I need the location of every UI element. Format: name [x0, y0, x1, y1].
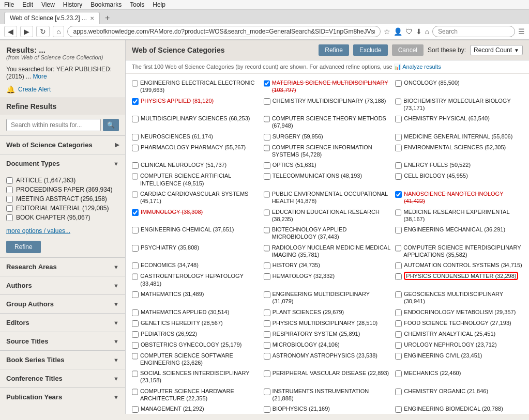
category-checkbox[interactable]: [264, 227, 270, 234]
category-checkbox[interactable]: [132, 291, 139, 298]
category-checkbox[interactable]: [264, 291, 270, 298]
category-label[interactable]: ENDOCRINOLOGY METABOLISM (29,357): [404, 308, 516, 316]
menu-tools[interactable]: Tools: [130, 1, 144, 8]
category-checkbox[interactable]: [395, 353, 402, 360]
category-label[interactable]: EDUCATION EDUCATIONAL RESEARCH (38,235): [272, 208, 391, 223]
category-checkbox[interactable]: [395, 309, 402, 316]
forward-button[interactable]: ▶: [20, 26, 33, 37]
category-label[interactable]: RESPIRATORY SYSTEM (25,891): [273, 330, 360, 337]
category-checkbox[interactable]: [132, 134, 139, 141]
doc-type-proceedings-checkbox[interactable]: [6, 186, 13, 193]
menu-file[interactable]: File: [4, 1, 14, 8]
category-checkbox[interactable]: [395, 320, 402, 327]
category-checkbox[interactable]: [395, 262, 402, 269]
category-checkbox[interactable]: [395, 331, 402, 338]
category-checkbox[interactable]: [264, 134, 270, 141]
category-checkbox[interactable]: [132, 331, 139, 338]
category-label[interactable]: CHEMISTRY ORGANIC (21,846): [404, 387, 488, 395]
menu-help[interactable]: Help: [153, 1, 165, 8]
category-checkbox[interactable]: [264, 309, 270, 316]
category-label[interactable]: CELL BIOLOGY (45,955): [404, 172, 468, 179]
user-icon[interactable]: 👤: [394, 27, 402, 36]
category-checkbox[interactable]: [132, 406, 139, 413]
category-checkbox[interactable]: [132, 309, 139, 316]
category-checkbox[interactable]: [132, 245, 139, 252]
menu-edit[interactable]: Edit: [22, 1, 33, 8]
category-label[interactable]: SOCIAL SCIENCES INTERDISCIPLINARY (23,15…: [140, 369, 260, 384]
wos-categories-header[interactable]: Web of Science Categories ▶: [0, 136, 125, 154]
category-checkbox[interactable]: [264, 145, 270, 151]
category-checkbox[interactable]: [132, 227, 139, 234]
book-series-header[interactable]: Book Series Titles ▼: [0, 351, 125, 369]
category-label[interactable]: INSTRUMENTS INSTRUMENTATION (21,888): [273, 387, 391, 402]
category-label[interactable]: SURGERY (59,956): [273, 133, 323, 140]
main-cancel-button[interactable]: Cancel: [392, 44, 424, 56]
category-label[interactable]: NANOSCIENCE NANOTECHNOLOGY (41,422): [404, 190, 523, 205]
category-label[interactable]: PLANT SCIENCES (29,679): [273, 308, 344, 316]
category-label[interactable]: MULTIDISCIPLINARY SCIENCES (68,253): [141, 115, 250, 122]
tab-close-icon[interactable]: ✕: [90, 15, 94, 21]
category-label[interactable]: ENGINEERING BIOMEDICAL (20,788): [404, 405, 503, 412]
category-checkbox[interactable]: [132, 80, 138, 87]
refresh-button[interactable]: ↻: [36, 26, 50, 37]
category-label[interactable]: MATHEMATICS APPLIED (30,514): [141, 308, 229, 316]
bookmark-icon[interactable]: ☆: [384, 27, 390, 36]
category-label[interactable]: CHEMISTRY PHYSICAL (63,540): [404, 115, 489, 122]
category-label[interactable]: CHEMISTRY ANALYTICAL (25,451): [404, 330, 495, 337]
category-checkbox[interactable]: [132, 98, 139, 105]
category-checkbox[interactable]: [395, 116, 402, 122]
search-within-input[interactable]: [6, 119, 101, 131]
menu-view[interactable]: View: [41, 1, 55, 8]
search-within-button[interactable]: 🔍: [103, 119, 119, 131]
category-label[interactable]: IMMUNOLOGY (38,308): [141, 208, 203, 215]
category-label[interactable]: NEUROSCIENCES (61,174): [141, 133, 213, 140]
category-label[interactable]: GASTROENTEROLOGY HEPATOLOGY (33,481): [140, 272, 259, 287]
category-label[interactable]: MATHEMATICS (31,489): [141, 290, 204, 298]
category-label[interactable]: OPTICS (51,631): [273, 161, 316, 168]
category-label[interactable]: FOOD SCIENCE TECHNOLOGY (27,193): [404, 319, 511, 326]
category-checkbox[interactable]: [132, 342, 139, 349]
menu-icon[interactable]: ☰: [518, 27, 525, 36]
category-label[interactable]: PERIPHERAL VASCULAR DISEASE (22,893): [273, 369, 389, 377]
category-checkbox[interactable]: [395, 227, 402, 234]
url-bar[interactable]: [67, 26, 380, 37]
menu-history[interactable]: History: [63, 1, 82, 8]
more-link[interactable]: More: [33, 73, 47, 80]
category-checkbox[interactable]: [132, 209, 139, 216]
category-checkbox[interactable]: [264, 116, 270, 122]
category-checkbox[interactable]: [264, 80, 270, 87]
category-label[interactable]: ENVIRONMENTAL SCIENCES (52,305): [404, 144, 506, 151]
category-checkbox[interactable]: [395, 388, 402, 395]
sort-container[interactable]: Record Count ▼: [470, 45, 523, 55]
publication-years-header[interactable]: Publication Years ▼: [0, 388, 125, 406]
category-label[interactable]: HEMATOLOGY (32,332): [273, 272, 335, 279]
category-label[interactable]: PHYSICS CONDENSED MATTER (32,298): [404, 272, 518, 279]
category-label[interactable]: PHYSICS APPLIED (81,120): [141, 97, 214, 104]
category-checkbox[interactable]: [264, 342, 270, 349]
new-tab-button[interactable]: +: [102, 12, 113, 24]
category-checkbox[interactable]: [132, 370, 138, 377]
category-label[interactable]: COMPUTER SCIENCE THEORY METHODS (67,948): [272, 115, 391, 130]
category-label[interactable]: MEDICINE GENERAL INTERNAL (55,806): [404, 133, 512, 140]
category-checkbox[interactable]: [395, 173, 402, 180]
doc-type-book-checkbox[interactable]: [6, 214, 13, 221]
category-checkbox[interactable]: [132, 191, 138, 198]
category-checkbox[interactable]: [264, 173, 270, 180]
category-checkbox[interactable]: [132, 353, 138, 360]
download-icon[interactable]: ⬇: [416, 27, 422, 36]
category-checkbox[interactable]: [264, 191, 270, 198]
category-checkbox[interactable]: [395, 162, 402, 169]
conference-titles-header[interactable]: Conference Titles ▼: [0, 369, 125, 387]
sort-dropdown-arrow[interactable]: ▼: [514, 48, 519, 53]
category-checkbox[interactable]: [395, 406, 402, 413]
doc-type-editorial-checkbox[interactable]: [6, 205, 13, 212]
category-checkbox[interactable]: [395, 245, 401, 252]
home-button[interactable]: ⌂: [53, 26, 64, 37]
category-label[interactable]: ENGINEERING CHEMICAL (37,651): [141, 226, 234, 233]
category-checkbox[interactable]: [264, 245, 270, 252]
shield-icon[interactable]: 🛡: [405, 27, 413, 36]
category-label[interactable]: CLINICAL NEUROLOGY (51,737): [141, 161, 226, 168]
category-label[interactable]: OBSTETRICS GYNECOLOGY (25,179): [141, 341, 241, 348]
category-checkbox[interactable]: [264, 406, 270, 413]
category-checkbox[interactable]: [395, 370, 402, 377]
